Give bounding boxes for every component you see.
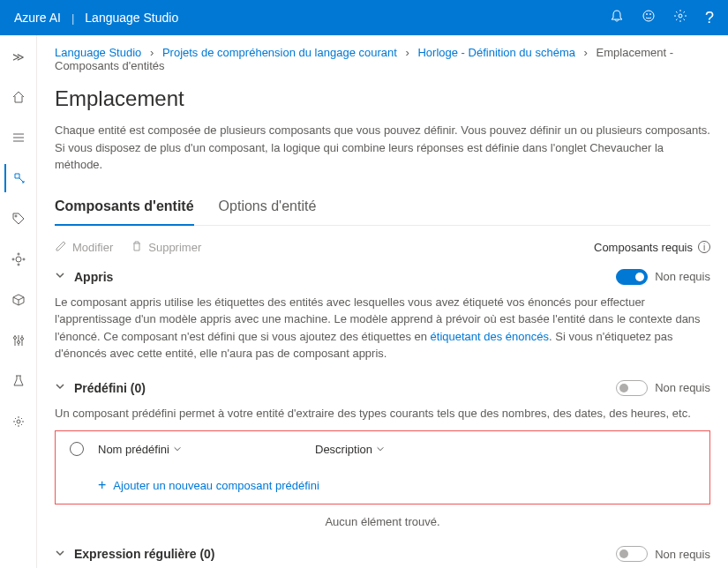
sidebar-settings-icon[interactable] xyxy=(4,245,33,273)
svg-point-8 xyxy=(12,258,14,260)
sidebar-schema-icon[interactable] xyxy=(4,164,33,192)
column-predefined-name[interactable]: Nom prédéfini xyxy=(98,443,301,456)
sidebar-list-icon[interactable] xyxy=(4,123,33,152)
left-sidebar: ≫ xyxy=(0,35,37,568)
modify-label: Modifier xyxy=(72,241,113,254)
predefined-title: Prédéfini (0) xyxy=(74,381,146,395)
svg-point-5 xyxy=(16,257,21,262)
chevron-down-icon[interactable] xyxy=(55,270,65,283)
chevron-down-icon xyxy=(173,443,182,456)
column-description[interactable]: Description xyxy=(315,443,385,456)
sidebar-flask-icon[interactable] xyxy=(4,367,33,395)
section-regex: Expression régulière (0) Non requis Un c… xyxy=(55,546,710,568)
plus-icon: + xyxy=(98,477,106,493)
predefined-required-toggle xyxy=(616,380,648,396)
page-description: Chaque entité est composée de plusieurs … xyxy=(55,122,710,174)
svg-point-0 xyxy=(643,11,654,21)
predefined-toggle-label: Non requis xyxy=(655,381,710,394)
breadcrumb-link-2[interactable]: Horloge - Définition du schéma xyxy=(417,46,574,59)
delete-label: Supprimer xyxy=(148,241,201,254)
section-predefined: Prédéfini (0) Non requis Un composant pr… xyxy=(55,380,710,529)
regex-title: Expression régulière (0) xyxy=(74,547,215,561)
brand-name[interactable]: Azure AI xyxy=(14,11,61,25)
page-title: Emplacement xyxy=(55,86,710,111)
chevron-right-icon: › xyxy=(150,46,154,59)
labeling-link[interactable]: étiquetant des énoncés xyxy=(431,330,549,343)
breadcrumb: Language Studio › Projets de compréhensi… xyxy=(55,46,710,72)
toolbar: Modifier Supprimer Composants requis i xyxy=(55,240,710,255)
add-predefined-button[interactable]: + Ajouter un nouveau composant prédéfini xyxy=(56,467,709,504)
svg-point-9 xyxy=(23,258,25,260)
required-components-label: Composants requis xyxy=(594,241,693,254)
tabs: Composants d'entité Options d'entité xyxy=(55,191,710,226)
svg-point-3 xyxy=(679,14,682,18)
learned-required-toggle[interactable] xyxy=(616,269,648,285)
sidebar-tag-icon[interactable] xyxy=(4,205,33,233)
sidebar-sliders-icon[interactable] xyxy=(4,326,33,355)
feedback-icon[interactable] xyxy=(642,9,656,27)
svg-point-2 xyxy=(649,13,650,14)
svg-point-11 xyxy=(17,341,19,344)
select-all-radio[interactable] xyxy=(70,442,84,456)
learned-description: Le composant appris utilise les étiquett… xyxy=(55,294,710,362)
svg-point-7 xyxy=(18,264,19,265)
breadcrumb-link-0[interactable]: Language Studio xyxy=(55,46,141,59)
help-icon[interactable]: ? xyxy=(705,9,714,27)
svg-point-10 xyxy=(13,337,16,340)
pencil-icon xyxy=(55,240,67,255)
chevron-right-icon: › xyxy=(584,46,588,59)
sidebar-gear-icon[interactable] xyxy=(4,407,33,436)
empty-message: Aucun élément trouvé. xyxy=(55,515,710,528)
predefined-description: Un composant prédéfini permet à votre en… xyxy=(55,405,710,422)
svg-point-6 xyxy=(18,253,19,255)
svg-point-12 xyxy=(20,338,23,340)
settings-icon[interactable] xyxy=(673,9,687,27)
breadcrumb-link-1[interactable]: Projets de compréhension du langage cour… xyxy=(162,46,397,59)
chevron-down-icon[interactable] xyxy=(55,381,65,394)
modify-button[interactable]: Modifier xyxy=(55,240,113,255)
app-title[interactable]: Language Studio xyxy=(85,11,178,25)
tab-entity-options[interactable]: Options d'entité xyxy=(219,191,317,225)
sidebar-home-icon[interactable] xyxy=(4,83,33,111)
delete-button[interactable]: Supprimer xyxy=(131,240,201,255)
info-icon[interactable]: i xyxy=(698,241,710,253)
chevron-down-icon[interactable] xyxy=(55,548,65,561)
section-learned: Appris Non requis Le composant appris ut… xyxy=(55,269,710,362)
regex-toggle-label: Non requis xyxy=(655,548,710,561)
sidebar-expand-icon[interactable]: ≫ xyxy=(4,42,33,71)
svg-point-1 xyxy=(646,13,647,14)
svg-point-4 xyxy=(15,215,17,217)
chevron-down-icon xyxy=(376,443,385,456)
learned-toggle-label: Non requis xyxy=(655,270,710,283)
trash-icon xyxy=(131,240,143,255)
sidebar-box-icon[interactable] xyxy=(4,286,33,314)
learned-title: Appris xyxy=(74,270,113,284)
svg-point-13 xyxy=(17,420,20,423)
chevron-right-icon: › xyxy=(406,46,409,59)
predefined-table: Nom prédéfini Description + Ajouter un n… xyxy=(55,430,710,504)
tab-entity-components[interactable]: Composants d'entité xyxy=(55,191,194,225)
notification-icon[interactable] xyxy=(610,9,624,27)
top-header: Azure AI | Language Studio ? xyxy=(0,0,728,35)
regex-required-toggle xyxy=(616,546,648,562)
header-divider: | xyxy=(71,11,74,25)
